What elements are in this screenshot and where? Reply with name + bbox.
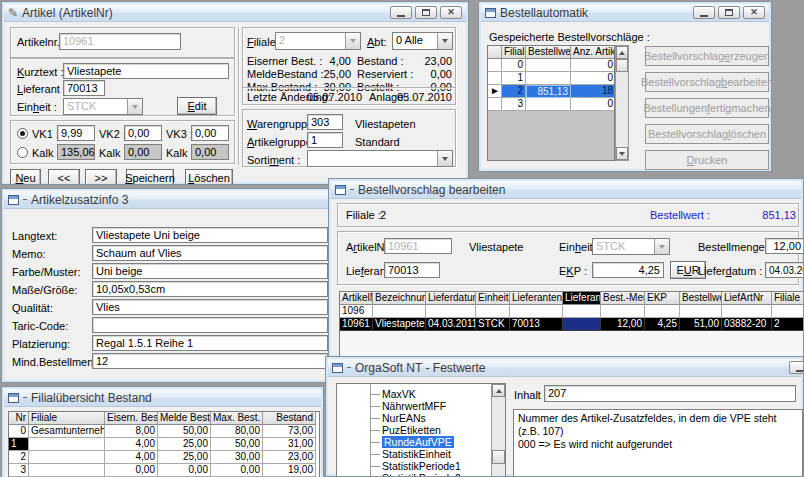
edit-button[interactable]: Edit <box>177 97 217 115</box>
mind-bestellmenge-field[interactable]: 12 <box>92 353 328 369</box>
tree-scrollbar[interactable] <box>491 384 505 477</box>
description-line: Nummer des Artikel-Zusatzfeldes, in dem … <box>518 412 798 438</box>
aenderung-value: 05.07.2010 <box>307 91 362 103</box>
vk2-field[interactable]: 0,00 <box>124 125 162 141</box>
chevron-down-icon[interactable] <box>654 239 669 254</box>
chevron-down-icon[interactable] <box>437 33 452 49</box>
table-row[interactable]: 3 0 <box>488 98 614 111</box>
langtext-field[interactable]: Vliestapete Uni beige <box>92 227 328 243</box>
bestellmenge-field[interactable]: 12,00 <box>765 238 804 254</box>
table-row[interactable]: 3 0,00 0,00 0,00 19,00 <box>9 464 319 477</box>
lieferant-field[interactable]: 70013 <box>384 262 440 278</box>
window-title: Artikel (ArtikelNr) <box>22 6 113 20</box>
neu-button[interactable]: Neu <box>10 169 41 185</box>
minimize-icon[interactable] <box>789 361 804 374</box>
maximize-icon[interactable] <box>415 6 437 19</box>
artikelgruppe-field[interactable]: 1 <box>307 132 343 148</box>
festwerte-window: OrgaSoft NT - Festwerte MaxVK NährwertMF… <box>325 356 804 477</box>
artikelzusatzinfo-titlebar[interactable]: Artikelzusatzinfo 3 <box>4 191 329 209</box>
chevron-down-icon[interactable] <box>127 99 142 114</box>
scrollbar-thumb[interactable] <box>492 450 505 464</box>
table-row[interactable]: 1 0 <box>488 72 614 85</box>
row-marker-icon[interactable]: ► <box>488 85 502 98</box>
tree-item-selected[interactable]: RundeAufVPE <box>370 436 454 448</box>
focused-cell[interactable] <box>563 318 601 331</box>
speichern-button[interactable]: Speichern <box>126 169 174 185</box>
einheit-combo[interactable]: STCK <box>592 238 670 255</box>
vk1-field[interactable]: 9,99 <box>57 125 95 141</box>
minimize-icon[interactable] <box>390 6 412 19</box>
drucken-button[interactable]: Drucken <box>645 150 769 170</box>
bestellungen-fertigmachen-button[interactable]: Bestellungen fertigmachen <box>645 98 769 118</box>
sorted-column-header[interactable]: Lieferant <box>563 292 601 305</box>
kalk-radio[interactable] <box>17 147 28 158</box>
vk3-field[interactable]: 0,00 <box>191 125 229 141</box>
tree-item[interactable]: StatistikPeriode1 <box>370 460 461 472</box>
maximize-icon[interactable] <box>718 6 740 19</box>
filiale-combo[interactable]: 2 <box>275 32 361 50</box>
filialuebersicht-titlebar[interactable]: Filialübersicht Bestand <box>4 389 321 407</box>
tree-connector-icon <box>370 466 380 467</box>
masse-groesse-field[interactable]: 10,05x0,53cm <box>92 281 328 297</box>
bestellvorschlag-bearbeiten-button[interactable]: Bestellvorschlag bearbeiten <box>645 72 769 92</box>
scroll-up-icon[interactable] <box>616 46 628 59</box>
table-header-row: Nr Filiale Eisern. Best. Melde Best. Max… <box>9 412 319 425</box>
einheit-combo[interactable]: STCK <box>63 98 143 115</box>
lieferant-field[interactable]: 70013 <box>63 80 105 96</box>
bestand-groupbox: Filiale : 2 Abt: 0 Alle Eiserner Best. :… <box>242 27 456 88</box>
artikelnr-field[interactable]: 10961 <box>59 33 181 50</box>
sortiment-combo[interactable] <box>307 150 453 167</box>
lieferdatum-field[interactable]: 04.03.2011 <box>765 262 804 278</box>
close-icon[interactable]: ✕ <box>743 6 765 19</box>
ekp-field[interactable]: 4,25 <box>592 262 664 278</box>
previous-button[interactable]: << <box>48 169 80 185</box>
tree-item[interactable]: PuzEtiketten <box>370 424 441 436</box>
memo-field[interactable]: Schaum auf Vlies <box>92 245 328 261</box>
chevron-down-icon[interactable] <box>345 33 360 49</box>
artikel-titlebar[interactable]: ✎ Artikel (ArtikelNr) ✕ <box>4 4 466 22</box>
chevron-down-icon[interactable] <box>437 151 452 166</box>
vk-radio[interactable] <box>17 128 28 139</box>
scroll-down-icon[interactable] <box>616 147 628 160</box>
tree-item[interactable]: StatistikEinheit <box>370 448 451 460</box>
next-button[interactable]: >> <box>85 169 117 185</box>
table-row[interactable]: 0 0 <box>488 59 614 72</box>
stat-value: 0,00 <box>402 68 452 80</box>
minimize-icon[interactable] <box>693 6 715 19</box>
festwerte-titlebar[interactable]: OrgaSoft NT - Festwerte <box>328 359 801 377</box>
scroll-up-icon[interactable] <box>492 384 505 397</box>
abt-combo[interactable]: 0 Alle <box>392 32 453 50</box>
bestellvorschlag-erzeugen-button[interactable]: Bestellvorschlag erzeugen <box>645 46 769 66</box>
table-scrollbar[interactable] <box>615 45 629 161</box>
scrollbar-thumb[interactable] <box>616 59 628 72</box>
table-row[interactable]: 0 Gesamtunternehmer 8,00 50,00 80,00 73,… <box>9 425 319 438</box>
inhalt-field[interactable]: 207 <box>544 385 796 402</box>
window-icon <box>335 185 346 195</box>
kurztext-label: Kurztext : <box>17 66 63 78</box>
vk-groupbox: VK1 : 9,99 VK2 : 0,00 VK3 : 0,00 Kalk : … <box>10 120 235 164</box>
taric-code-field[interactable] <box>92 317 328 333</box>
table-row-selected[interactable]: ► 2 851,13 18 <box>488 85 614 98</box>
tree-item[interactable]: MaxVK <box>370 388 416 400</box>
table-row[interactable]: 2 4,00 25,00 30,00 23,00 <box>9 451 319 464</box>
loeschen-button[interactable]: Löschen <box>185 169 233 185</box>
table-row[interactable]: 1096 <box>340 305 804 318</box>
warengruppe-field[interactable]: 303 <box>307 114 343 130</box>
warengruppe-name: Vliestapeten <box>355 118 416 130</box>
close-icon[interactable]: ✕ <box>440 6 462 19</box>
bestellvorschlag-loeschen-button[interactable]: Bestellvorschlag löschen <box>645 124 769 144</box>
qualitaet-field[interactable]: Vlies <box>92 299 328 315</box>
tree-item[interactable]: NurEANs <box>370 412 426 424</box>
platzierung-field[interactable]: Regal 1.5.1 Reihe 1 <box>92 335 328 351</box>
kalk3-field: 0,00 <box>191 144 229 160</box>
table-row-selected[interactable]: 10961 Vliestapete 04.03.2011 STCK 70013 … <box>340 318 804 331</box>
artikelnr-field[interactable]: 10961 <box>384 238 452 254</box>
tree-item[interactable]: NährwertMFF <box>370 400 446 412</box>
kurztext-field[interactable]: Vliestapete <box>63 63 229 79</box>
filial-table: Nr Filiale Eisern. Best. Melde Best. Max… <box>8 411 320 477</box>
table-row-selected[interactable]: 1 4,00 25,00 50,00 31,00 <box>9 438 319 451</box>
tree-item[interactable]: StatistikPeriode2 <box>370 472 461 477</box>
bestellautomatik-titlebar[interactable]: Bestellautomatik ✕ <box>481 4 769 22</box>
farbe-muster-field[interactable]: Uni beige <box>92 263 328 279</box>
bestellvorschlag-titlebar[interactable]: Bestellvorschlag bearbeiten <box>331 181 801 199</box>
